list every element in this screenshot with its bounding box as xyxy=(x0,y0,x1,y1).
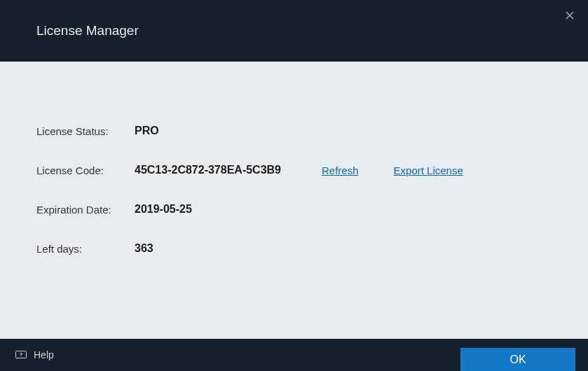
help-label: Help xyxy=(34,349,54,360)
ok-button-label: OK xyxy=(510,354,526,366)
license-code-value: 45C13-2C872-378EA-5C3B9 xyxy=(135,164,281,176)
expiration-date-value: 2019-05-25 xyxy=(135,203,192,216)
close-button[interactable] xyxy=(561,7,578,24)
svg-text:?: ? xyxy=(20,351,23,358)
ok-button[interactable]: OK xyxy=(460,348,575,371)
refresh-link[interactable]: Refresh xyxy=(322,164,359,176)
license-links: Refresh Export License xyxy=(322,164,463,176)
left-days-value: 363 xyxy=(135,242,153,255)
help-link[interactable]: ? Help xyxy=(15,349,54,360)
window-title: License Manager xyxy=(36,23,139,38)
license-status-row: License Status: PRO xyxy=(36,125,552,137)
expiration-date-row: Expiration Date: 2019-05-25 xyxy=(36,203,552,216)
license-status-value: PRO xyxy=(135,125,159,137)
footer-bar: ? Help OK xyxy=(0,339,588,371)
expiration-date-label: Expiration Date: xyxy=(36,204,135,216)
close-icon xyxy=(566,11,574,20)
left-days-label: Left days: xyxy=(36,243,135,255)
license-code-label: License Code: xyxy=(36,164,135,176)
license-status-label: License Status: xyxy=(36,125,135,137)
license-code-row: License Code: 45C13-2C872-378EA-5C3B9 Re… xyxy=(36,164,552,176)
export-license-link[interactable]: Export License xyxy=(394,164,463,176)
help-icon: ? xyxy=(15,351,27,360)
content-area: License Status: PRO License Code: 45C13-… xyxy=(0,62,588,295)
left-days-row: Left days: 363 xyxy=(36,242,552,255)
title-bar: License Manager xyxy=(0,0,588,62)
